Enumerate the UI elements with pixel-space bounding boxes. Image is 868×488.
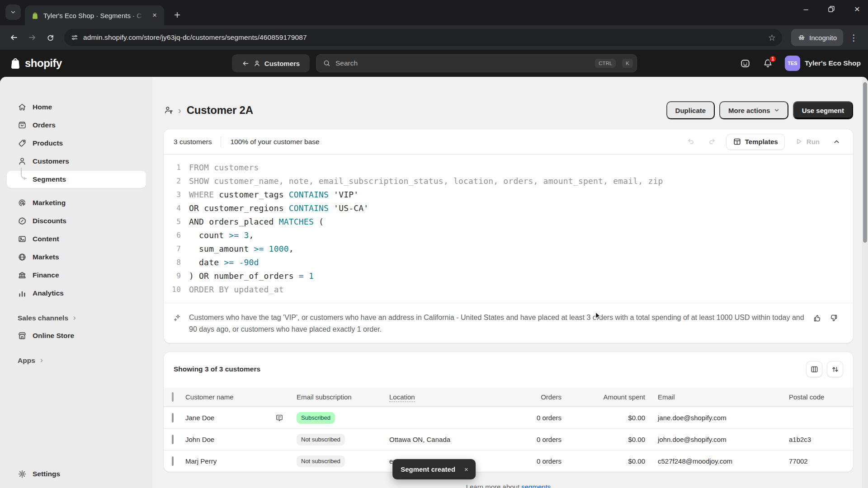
segments-help-link[interactable]: segments [521, 483, 551, 488]
window-restore-button[interactable] [828, 6, 835, 12]
url-bar[interactable]: admin.shopify.com/store/jy63jq-dc/custom… [64, 29, 782, 46]
note-icon[interactable] [275, 413, 284, 422]
sidebar-item-label: Content [33, 235, 59, 243]
browser-menu-icon[interactable]: ⋮ [846, 33, 862, 43]
postal-code-cell: 77002 [789, 457, 853, 465]
query-line-10[interactable]: 10ORDER BY updated_at [164, 283, 853, 296]
templates-icon [733, 137, 741, 146]
sidebar-item-home[interactable]: Home [7, 99, 146, 116]
customer-name[interactable]: Marj Perry [185, 457, 217, 465]
toast-close-icon[interactable]: × [464, 465, 468, 473]
templates-label: Templates [745, 138, 778, 145]
chevron-right-icon [72, 315, 77, 321]
sidebar-item-products[interactable]: Products [7, 135, 146, 152]
breadcrumb-separator: › [178, 105, 181, 116]
shopify-header: shopify Customers Search CTRL K 1 TES Ty… [0, 50, 868, 77]
run-button[interactable]: Run [792, 137, 822, 146]
bookmark-star-icon[interactable]: ☆ [768, 33, 776, 43]
sidebar-item-content[interactable]: Content [7, 230, 146, 248]
sort-button[interactable] [827, 361, 843, 377]
sidebar-item-orders[interactable]: Orders [7, 117, 146, 134]
sidebar-item-settings[interactable]: Settings [7, 465, 146, 483]
customer-name[interactable]: Jane Doe [185, 414, 214, 422]
account-menu[interactable]: TES Tyler's Eco Shop [785, 56, 861, 71]
undo-icon[interactable] [684, 135, 698, 149]
query-line-3[interactable]: 3WHERE customer_tags CONTAINS 'VIP' [164, 188, 853, 202]
shopify-logo[interactable]: shopify [9, 57, 62, 70]
scrollbar-thumb[interactable] [863, 82, 867, 243]
table-row[interactable]: John DoeNot subscribedOttawa ON, Canada0… [164, 428, 853, 450]
edit-columns-button[interactable] [806, 361, 822, 377]
window-minimize-button[interactable]: – [804, 5, 808, 14]
query-line-6[interactable]: 6 count >= 3, [164, 229, 853, 242]
col-customer-name[interactable]: Customer name [185, 393, 297, 401]
notifications-bell-icon[interactable]: 1 [763, 58, 773, 69]
site-info-icon[interactable] [71, 33, 79, 42]
subscription-badge: Subscribed [297, 412, 335, 424]
query-line-1[interactable]: 1FROM customers [164, 161, 853, 174]
col-orders[interactable]: Orders [541, 393, 561, 401]
row-checkbox[interactable] [164, 436, 185, 443]
sidebar-item-finance[interactable]: Finance [7, 267, 146, 284]
back-arrow-icon [242, 60, 250, 67]
sidebar-item-customers[interactable]: Customers [7, 153, 146, 170]
store-name: Tyler's Eco Shop [805, 59, 861, 67]
global-search-input[interactable]: Search CTRL K [316, 54, 637, 72]
browser-tab[interactable]: Tyler's Eco Shop · Segments · C × [25, 5, 164, 25]
more-actions-button[interactable]: More actions [719, 101, 788, 119]
toast-message: Segment created [401, 465, 455, 473]
query-line-4[interactable]: 4OR customer_regions CONTAINS 'US-CA' [164, 202, 853, 215]
sidebar-item-label: Online Store [33, 332, 74, 340]
table-row[interactable]: Jane DoeSubscribed0 orders$0.00jane.doe@… [164, 407, 853, 428]
col-email[interactable]: Email [645, 393, 789, 401]
reload-icon[interactable] [42, 30, 58, 45]
table-row[interactable]: Marj PerryNot subscribedes0 orders$0.00c… [164, 450, 853, 472]
marketing-icon [18, 198, 27, 207]
query-line-2[interactable]: 2SHOW customer_name, note, email_subscri… [164, 174, 853, 188]
scrollbar-track[interactable] [862, 77, 868, 488]
sidekick-icon[interactable] [740, 58, 751, 69]
segment-query-editor[interactable]: 1FROM customers2SHOW customer_name, note… [164, 155, 853, 303]
customer-name[interactable]: John Doe [185, 436, 214, 443]
templates-button[interactable]: Templates [726, 134, 785, 150]
sidebar-item-markets[interactable]: Markets [7, 249, 146, 266]
col-email-subscription[interactable]: Email subscription [297, 393, 389, 401]
segment-breadcrumb-icon[interactable] [164, 105, 174, 115]
use-segment-button[interactable]: Use segment [793, 101, 853, 119]
sidebar-item-discounts[interactable]: Discounts [7, 212, 146, 230]
forward-icon[interactable] [24, 30, 40, 45]
sidebar-section-sales-channels[interactable]: Sales channels [7, 310, 146, 326]
sidebar-item-online-store[interactable]: Online Store [7, 327, 146, 344]
collapse-editor-icon[interactable] [830, 135, 843, 149]
col-amount-spent[interactable]: Amount spent [603, 393, 645, 401]
url-text[interactable]: admin.shopify.com/store/jy63jq-dc/custom… [83, 33, 764, 42]
sidebar-section-apps[interactable]: Apps [7, 352, 146, 369]
row-checkbox[interactable] [164, 457, 185, 465]
col-postal-code[interactable]: Postal code [789, 393, 853, 401]
query-line-5[interactable]: 5AND orders_placed MATCHES ( [164, 215, 853, 229]
back-to-customers-button[interactable]: Customers [232, 54, 310, 72]
select-all-checkbox[interactable] [164, 393, 185, 401]
sidebar-item-label: Segments [33, 175, 66, 183]
col-location[interactable]: Location [389, 393, 527, 401]
tab-search-button[interactable] [5, 5, 21, 20]
duplicate-button[interactable]: Duplicate [666, 101, 715, 119]
thumbs-up-icon[interactable] [813, 314, 822, 323]
sidebar-item-analytics[interactable]: Analytics [7, 285, 146, 302]
thumbs-down-icon[interactable] [829, 314, 838, 323]
query-line-8[interactable]: 8 date >= -90d [164, 256, 853, 269]
sidebar-item-marketing[interactable]: Marketing [7, 194, 146, 211]
new-tab-button[interactable]: + [170, 8, 184, 22]
browser-tab-strip: Tyler's Eco Shop · Segments · C × + – × [0, 0, 868, 25]
query-line-9[interactable]: 9) OR number_of_orders = 1 [164, 269, 853, 283]
shopify-bag-icon [9, 57, 22, 70]
back-icon[interactable] [6, 30, 22, 45]
line-number: 7 [164, 242, 181, 256]
window-close-button[interactable]: × [854, 4, 860, 14]
redo-icon[interactable] [705, 135, 719, 149]
sidebar-item-label: Products [33, 139, 63, 147]
sidebar-item-segments[interactable]: Segments [7, 171, 146, 188]
query-line-7[interactable]: 7 sum_amount >= 1000, [164, 242, 853, 256]
row-checkbox[interactable] [164, 414, 185, 422]
tab-close-icon[interactable]: × [150, 10, 160, 20]
